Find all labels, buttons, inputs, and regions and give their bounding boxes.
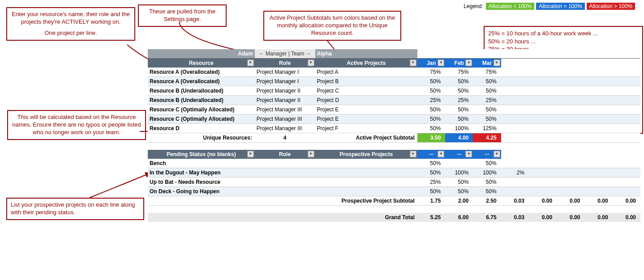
alloc-cell[interactable]: 25% <box>417 96 445 105</box>
alloc-cell[interactable]: 50% <box>473 159 501 168</box>
filter-dropdown-icon[interactable]: ▾ <box>438 151 444 157</box>
alloc-cell[interactable]: 25% <box>417 178 445 187</box>
project-cell[interactable] <box>315 178 417 187</box>
project-cell[interactable]: Project E <box>315 115 417 124</box>
allocation-table: Adam ← Manager | Team → Alpha Resource▾ … <box>148 49 640 222</box>
alloc-cell[interactable]: 75% <box>417 68 445 77</box>
manager-name-cell[interactable]: Adam <box>148 49 255 59</box>
alloc-cell[interactable]: 50% <box>417 115 445 124</box>
alloc-cell[interactable]: 50% <box>417 105 445 115</box>
project-cell[interactable] <box>315 159 417 168</box>
alloc-cell[interactable]: 50% <box>417 124 445 133</box>
alloc-cell[interactable]: 50% <box>417 77 445 86</box>
project-cell[interactable]: Project B <box>315 77 417 86</box>
project-cell[interactable] <box>315 187 417 196</box>
resource-cell[interactable]: Resource C (Optimally Allocated) <box>148 105 255 115</box>
col-projects[interactable]: Active Projects▾ <box>315 59 417 68</box>
alloc-cell[interactable]: 50% <box>473 77 501 86</box>
role-cell[interactable] <box>255 178 315 187</box>
role-cell[interactable]: Project Manager III <box>255 115 315 124</box>
project-cell[interactable]: Project F <box>315 124 417 133</box>
pending-status-cell[interactable]: In the Dugout - May Happen <box>148 168 255 178</box>
alloc-cell[interactable]: 50% <box>473 187 501 196</box>
role-cell[interactable]: Project Manager III <box>255 105 315 115</box>
pending-status-cell[interactable]: Up to Bat - Needs Resource <box>148 178 255 187</box>
role-cell[interactable] <box>255 168 315 178</box>
alloc-cell[interactable]: 50% <box>473 86 501 96</box>
col-month-feb[interactable]: Feb▾ <box>445 59 473 68</box>
alloc-cell[interactable]: 50% <box>417 159 445 168</box>
filter-dropdown-icon[interactable]: ▾ <box>494 151 500 157</box>
filter-dropdown-icon[interactable]: ▾ <box>410 59 416 66</box>
col-month-hidden[interactable]: ···▾ <box>473 150 501 159</box>
pending-status-cell[interactable]: Bench <box>148 159 255 168</box>
filter-dropdown-icon[interactable]: ▾ <box>308 151 314 157</box>
alloc-cell[interactable]: 50% <box>445 187 473 196</box>
alloc-cell[interactable]: 50% <box>445 105 473 115</box>
alloc-cell[interactable]: 2% <box>501 168 529 178</box>
filter-dropdown-icon[interactable]: ▾ <box>247 151 254 157</box>
role-cell[interactable]: Project Manager II <box>255 96 315 105</box>
alloc-cell[interactable]: 50% <box>417 86 445 96</box>
alloc-cell[interactable]: 50% <box>445 178 473 187</box>
alloc-cell[interactable]: 100% <box>445 124 473 133</box>
alloc-cell[interactable]: 75% <box>445 68 473 77</box>
col-role-2[interactable]: Role▾ <box>255 150 315 159</box>
resource-cell[interactable]: Resource A (Overallocated) <box>148 77 255 86</box>
col-role[interactable]: Role▾ <box>255 59 315 68</box>
callout-resource-entry: Enter your resource's name, their role a… <box>6 7 135 41</box>
alloc-cell[interactable]: 100% <box>445 168 473 178</box>
alloc-cell[interactable]: 125% <box>473 124 501 133</box>
callout-subtotal-colors: Active Project Subtotals turn colors bas… <box>263 11 401 41</box>
resource-cell[interactable]: Resource A (Overallocated) <box>148 68 255 77</box>
table-row: Resource B (Underallocated)Project Manag… <box>148 96 640 105</box>
alloc-cell[interactable]: 25% <box>473 96 501 105</box>
project-cell[interactable] <box>315 168 417 178</box>
alloc-cell[interactable]: 75% <box>473 68 501 77</box>
cell: 0.00 <box>584 213 612 222</box>
resource-cell[interactable]: Resource D <box>148 124 255 133</box>
role-cell[interactable] <box>255 159 315 168</box>
alloc-cell[interactable]: 50% <box>473 115 501 124</box>
alloc-cell[interactable]: 25% <box>445 96 473 105</box>
filter-dropdown-icon[interactable]: ▾ <box>494 59 500 66</box>
role-cell[interactable]: Project Manager I <box>255 77 315 86</box>
project-cell[interactable]: Project A <box>315 68 417 77</box>
role-cell[interactable] <box>255 187 315 196</box>
role-cell[interactable]: Project Manager II <box>255 86 315 96</box>
resource-cell[interactable]: Resource C (Optimally Allocated) <box>148 115 255 124</box>
project-cell[interactable]: Project C <box>315 86 417 96</box>
col-prospective[interactable]: Prospective Projects▾ <box>315 150 417 159</box>
alloc-cell[interactable]: 50% <box>473 105 501 115</box>
alloc-cell[interactable]: 50% <box>445 115 473 124</box>
filter-dropdown-icon[interactable]: ▾ <box>247 59 254 66</box>
filter-dropdown-icon[interactable]: ▾ <box>438 59 444 66</box>
role-cell[interactable]: Project Manager I <box>255 68 315 77</box>
project-cell[interactable]: Project D <box>315 96 417 105</box>
alloc-cell[interactable]: 50% <box>417 168 445 178</box>
filter-dropdown-icon[interactable]: ▾ <box>410 151 416 157</box>
alloc-cell[interactable] <box>445 159 473 168</box>
filter-dropdown-icon[interactable]: ▾ <box>308 59 314 66</box>
cell: 2.00 <box>445 196 473 206</box>
alloc-cell[interactable]: 50% <box>445 77 473 86</box>
col-month-hidden[interactable]: ···▾ <box>445 150 473 159</box>
col-month-hidden[interactable]: ···▾ <box>417 150 445 159</box>
role-cell[interactable]: Project Manager III <box>255 124 315 133</box>
col-month-jan[interactable]: Jan▾ <box>417 59 445 68</box>
alloc-cell[interactable]: 50% <box>445 86 473 96</box>
filter-dropdown-icon[interactable]: ▾ <box>465 151 472 157</box>
alloc-cell[interactable]: 50% <box>417 187 445 196</box>
resource-cell[interactable]: Resource B (Underallocated) <box>148 96 255 105</box>
alloc-cell[interactable]: 50% <box>473 178 501 187</box>
col-pending-status[interactable]: Pending Status (no blanks)▾ <box>148 150 255 159</box>
col-month-mar[interactable]: Mar▾ <box>473 59 501 68</box>
resource-cell[interactable]: Resource B (Underallocated) <box>148 86 255 96</box>
pending-status-cell[interactable]: On Deck - Going to Happen <box>148 187 255 196</box>
project-cell[interactable]: Project E <box>315 105 417 115</box>
team-name-cell[interactable]: Alpha <box>315 49 417 59</box>
col-resource[interactable]: Resource▾ <box>148 59 255 68</box>
table-row: In the Dugout - May Happen50%100%100%2% <box>148 168 640 178</box>
alloc-cell[interactable]: 100% <box>473 168 501 178</box>
filter-dropdown-icon[interactable]: ▾ <box>465 59 472 66</box>
